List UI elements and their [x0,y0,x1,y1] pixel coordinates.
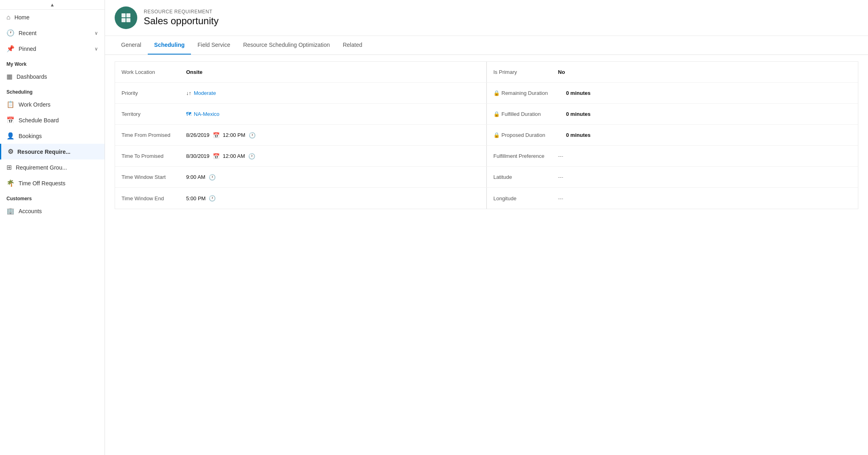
tabs-bar: General Scheduling Field Service Resourc… [105,36,868,55]
field-value-time-window-end: 5:00 PM 🕐 [186,195,480,201]
sidebar-item-home[interactable]: ⌂ Home [0,10,105,25]
sidebar-item-label: Dashboards [17,73,47,80]
field-label-proposed-duration: Proposed Duration [501,132,566,138]
field-priority: Priority ↓↑ Moderate [115,83,486,103]
field-label-is-primary: Is Primary [493,69,558,75]
field-longitude: Longitude --- [486,188,858,209]
field-value-fulfillment-preference: --- [558,153,851,159]
field-territory: Territory 🗺 NA-Mexico [115,104,486,124]
clock-icon-from[interactable]: 🕐 [249,132,256,138]
svg-rect-3 [126,18,130,22]
clock-icon-to[interactable]: 🕐 [248,153,255,159]
sidebar-item-pinned[interactable]: 📌 Pinned ∨ [0,41,105,57]
form-row-4: Time From Promised 8/26/2019 📅 12:00 PM … [115,125,858,146]
field-label-time-from-promised: Time From Promised [122,132,186,138]
dashboards-icon: ▦ [6,73,13,80]
sidebar: ▲ ⌂ Home 🕐 Recent ∨ 📌 Pinned ∨ My Work ▦… [0,0,105,455]
sidebar-item-label: Recent [19,30,36,36]
lock-icon-fulfilled: 🔒 [493,111,500,117]
field-label-fulfilled-duration: Fulfilled Duration [501,111,566,117]
field-value-is-primary: No [558,69,851,75]
date-from-promised: 8/26/2019 [186,132,210,138]
field-work-location: Work Location Onsite [115,62,486,82]
time-window-end-value: 5:00 PM [186,195,205,201]
field-value-time-window-start: 9:00 AM 🕐 [186,174,480,180]
schedule-board-icon: 📅 [6,116,15,124]
svg-rect-1 [126,13,130,17]
requirement-groups-icon: ⊞ [6,164,12,171]
form-row-6: Time Window Start 9:00 AM 🕐 Latitude --- [115,167,858,188]
field-value-proposed-duration: 0 minutes [566,132,851,138]
sidebar-item-time-off-requests[interactable]: 🌴 Time Off Requests [0,175,105,191]
field-value-remaining-duration: 0 minutes [566,90,851,96]
field-label-fulfillment-preference: Fulfillment Preference [493,153,558,159]
sidebar-item-requirement-groups[interactable]: ⊞ Requirement Grou... [0,159,105,175]
sidebar-item-work-orders[interactable]: 📋 Work Orders [0,96,105,112]
pin-icon: 📌 [6,45,15,52]
sidebar-item-accounts[interactable]: 🏢 Accounts [0,203,105,219]
time-to-promised: 12:00 AM [223,153,245,159]
field-label-territory: Territory [122,111,186,117]
sidebar-item-label: Bookings [19,133,42,139]
main-content: RESOURCE REQUIREMENT Sales opportunity G… [105,0,868,455]
field-remaining-duration: 🔒 Remaining Duration 0 minutes [486,83,858,103]
time-from-promised: 12:00 PM [223,132,245,138]
form-section-scheduling: Work Location Onsite Is Primary No Prior… [115,61,858,209]
sidebar-item-label: Requirement Grou... [16,164,67,171]
resource-requirements-icon: ⚙ [8,148,13,155]
tab-scheduling[interactable]: Scheduling [148,36,191,55]
field-value-time-to-promised: 8/30/2019 📅 12:00 AM 🕐 [186,153,480,159]
territory-link-text: NA-Mexico [194,111,220,117]
calendar-icon-from[interactable]: 📅 [213,132,220,138]
svg-rect-2 [122,18,126,22]
calendar-icon-to[interactable]: 📅 [213,153,220,159]
field-latitude: Latitude --- [486,167,858,187]
field-time-window-start: Time Window Start 9:00 AM 🕐 [115,167,486,187]
sidebar-item-label: Resource Require... [17,149,71,155]
record-name: Sales opportunity [144,15,218,27]
field-label-time-window-start: Time Window Start [122,174,186,180]
sidebar-item-bookings[interactable]: 👤 Bookings [0,128,105,144]
chevron-down-icon: ∨ [94,46,98,52]
field-value-latitude: --- [558,174,851,180]
field-fulfillment-preference: Fulfillment Preference --- [486,146,858,166]
sidebar-scroll-up[interactable]: ▲ [0,0,105,10]
sort-icon: ↓↑ [186,90,191,96]
form-row-2: Priority ↓↑ Moderate 🔒 Remaining Duratio… [115,83,858,104]
record-header: RESOURCE REQUIREMENT Sales opportunity [105,0,868,36]
clock-icon-window-start[interactable]: 🕐 [209,174,216,180]
time-window-start-value: 9:00 AM [186,174,205,180]
clock-icon-window-end[interactable]: 🕐 [209,195,216,201]
record-icon [115,6,137,29]
tab-general[interactable]: General [115,36,148,55]
time-off-icon: 🌴 [6,179,15,187]
sidebar-item-schedule-board[interactable]: 📅 Schedule Board [0,112,105,128]
field-label-priority: Priority [122,90,186,96]
field-label-longitude: Longitude [493,195,558,201]
section-label-mywork: My Work [0,57,105,69]
lock-icon: 🔒 [493,90,500,96]
record-title-block: RESOURCE REQUIREMENT Sales opportunity [144,9,218,27]
sidebar-item-label: Pinned [19,46,36,52]
field-time-to-promised: Time To Promised 8/30/2019 📅 12:00 AM 🕐 [115,146,486,166]
sidebar-item-resource-requirements[interactable]: ⚙ Resource Require... [0,144,105,159]
field-value-work-location: Onsite [186,69,480,75]
map-icon: 🗺 [186,111,191,117]
sidebar-item-recent[interactable]: 🕐 Recent ∨ [0,25,105,41]
sidebar-item-dashboards[interactable]: ▦ Dashboards [0,69,105,84]
sidebar-item-label: Time Off Requests [19,180,65,187]
tab-related[interactable]: Related [336,36,369,55]
recent-icon: 🕐 [6,29,15,37]
section-label-scheduling: Scheduling [0,84,105,96]
field-label-remaining-duration: Remaining Duration [501,90,566,96]
tab-field-service[interactable]: Field Service [191,36,237,55]
field-proposed-duration: 🔒 Proposed Duration 0 minutes [486,125,858,145]
field-value-territory[interactable]: 🗺 NA-Mexico [186,111,480,117]
field-fulfilled-duration: 🔒 Fulfilled Duration 0 minutes [486,104,858,124]
sidebar-item-label: Accounts [19,208,42,214]
form-row-5: Time To Promised 8/30/2019 📅 12:00 AM 🕐 … [115,146,858,167]
tab-resource-scheduling-optimization[interactable]: Resource Scheduling Optimization [237,36,336,55]
field-value-fulfilled-duration: 0 minutes [566,111,851,117]
svg-rect-0 [122,13,126,17]
field-value-priority[interactable]: ↓↑ Moderate [186,90,480,96]
